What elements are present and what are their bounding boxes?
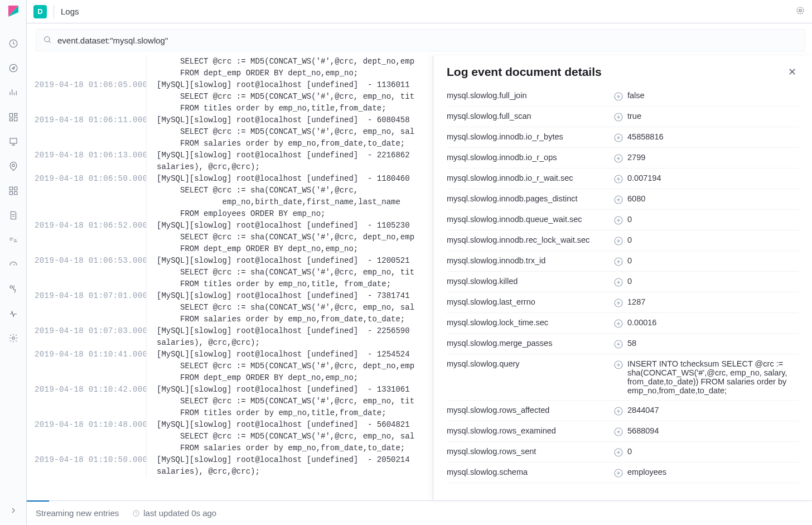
- sidenav-expand-icon[interactable]: [7, 504, 20, 517]
- monitoring-icon[interactable]: [7, 307, 20, 320]
- svg-rect-4: [9, 113, 12, 117]
- svg-point-15: [12, 337, 14, 340]
- detail-row: mysql.slowlog.innodb.pages_distinct6080: [447, 189, 799, 210]
- svg-rect-6: [14, 117, 17, 121]
- last-updated: last updated 0s ago: [132, 508, 216, 518]
- svg-point-14: [10, 286, 13, 288]
- infrastructure-icon[interactable]: [7, 184, 20, 198]
- breadcrumb[interactable]: Logs: [61, 7, 79, 16]
- field-type-icon: [614, 427, 623, 436]
- detail-field-value: 0: [614, 447, 799, 457]
- management-icon[interactable]: [7, 331, 20, 345]
- log-timestamp: 2019-04-18 01:06:13.000: [35, 150, 146, 173]
- field-type-icon: [614, 133, 623, 142]
- detail-field-value: 0: [614, 235, 799, 245]
- field-type-icon: [614, 195, 623, 204]
- streaming-status: Streaming new entries: [36, 508, 119, 518]
- visualize-icon[interactable]: [7, 86, 20, 99]
- detail-field-name: mysql.slowlog.lock_time.sec: [447, 318, 614, 327]
- detail-row: mysql.slowlog.rows_examined5688094: [447, 421, 799, 442]
- log-timestamp: 2019-04-18 01:10:41.000: [35, 349, 146, 384]
- field-type-icon: [614, 469, 623, 478]
- detail-field-name: mysql.slowlog.schema: [447, 468, 614, 476]
- detail-row: mysql.slowlog.full_scantrue: [447, 107, 799, 127]
- log-timestamp: 2019-04-18 01:07:03.000: [35, 325, 146, 349]
- field-type-icon: [614, 92, 623, 101]
- field-type-icon: [614, 319, 623, 328]
- detail-row: mysql.slowlog.last_errno1287: [447, 292, 799, 313]
- detail-row: mysql.slowlog.full_joinfalse: [447, 86, 799, 107]
- apm-icon[interactable]: [7, 233, 20, 247]
- svg-point-17: [799, 9, 802, 12]
- detail-field-name: mysql.slowlog.innodb.trx_id: [447, 256, 614, 265]
- dashboard-icon[interactable]: [7, 110, 20, 124]
- svg-rect-10: [9, 187, 12, 190]
- svg-rect-11: [14, 187, 17, 190]
- field-type-icon: [614, 360, 623, 369]
- detail-field-value: 58: [614, 339, 799, 349]
- maps-icon[interactable]: [7, 160, 20, 173]
- detail-row: mysql.slowlog.innodb.trx_id0: [447, 251, 799, 272]
- field-type-icon: [614, 298, 623, 307]
- log-timestamp: 2019-04-18 01:06:05.000: [35, 79, 146, 114]
- detail-field-name: mysql.slowlog.query: [447, 359, 614, 368]
- detail-field-value: 2799: [614, 153, 799, 163]
- query-input[interactable]: [57, 36, 798, 45]
- svg-rect-7: [9, 119, 12, 121]
- divider: [54, 5, 54, 18]
- log-timestamp: 2019-04-18 01:06:11.000: [35, 114, 146, 150]
- canvas-icon[interactable]: [7, 135, 20, 148]
- svg-rect-8: [10, 138, 17, 143]
- detail-field-name: mysql.slowlog.innodb.io_r_bytes: [447, 132, 614, 141]
- detail-field-name: mysql.slowlog.rows_sent: [447, 447, 614, 456]
- detail-row: mysql.slowlog.innodb.io_r_ops2799: [447, 148, 799, 168]
- detail-row: mysql.slowlog.innodb.rec_lock_wait.sec0: [447, 230, 799, 251]
- detail-field-value: 0: [614, 256, 799, 266]
- discover-icon[interactable]: [7, 61, 20, 75]
- flyout-body[interactable]: mysql.slowlog.full_joinfalsemysql.slowlo…: [433, 86, 812, 500]
- detail-field-name: mysql.slowlog.full_join: [447, 91, 614, 100]
- svg-point-16: [797, 7, 804, 14]
- uptime-icon[interactable]: [7, 258, 20, 271]
- devtools-icon[interactable]: [7, 282, 20, 296]
- detail-field-value: 1287: [614, 297, 799, 307]
- detail-row: mysql.slowlog.rows_affected2844047: [447, 401, 799, 421]
- query-bar[interactable]: [36, 29, 805, 51]
- detail-row: mysql.slowlog.schemaemployees: [447, 463, 799, 483]
- field-type-icon: [614, 216, 623, 225]
- detail-field-value: 0.007194: [614, 174, 799, 184]
- detail-field-value: 0: [614, 215, 799, 225]
- details-flyout: Log event document details ✕ mysql.slowl…: [433, 56, 812, 500]
- detail-row: mysql.slowlog.merge_passes58: [447, 334, 799, 354]
- svg-rect-5: [14, 113, 17, 115]
- detail-row: mysql.slowlog.killed0: [447, 272, 799, 292]
- close-icon[interactable]: ✕: [786, 64, 799, 80]
- space-selector[interactable]: D: [33, 5, 47, 18]
- log-timestamp: 2019-04-18 01:07:01.000: [35, 290, 146, 325]
- kibana-logo-icon[interactable]: [7, 4, 20, 18]
- detail-field-name: mysql.slowlog.killed: [447, 277, 614, 286]
- detail-field-name: mysql.slowlog.innodb.io_r_wait.sec: [447, 174, 614, 182]
- recent-icon[interactable]: [7, 37, 20, 50]
- log-timestamp: 2019-04-18 01:06:50.000: [35, 173, 146, 220]
- logs-icon[interactable]: [7, 209, 20, 222]
- field-type-icon: [614, 448, 623, 457]
- log-timestamp: 2019-04-18 01:10:50.000: [35, 454, 146, 478]
- topbar-action-icon[interactable]: [795, 6, 805, 17]
- field-type-icon: [614, 340, 623, 349]
- detail-field-name: mysql.slowlog.innodb.rec_lock_wait.sec: [447, 235, 614, 244]
- detail-row: mysql.slowlog.rows_sent0: [447, 442, 799, 463]
- detail-field-value: 6080: [614, 194, 799, 204]
- svg-point-3: [9, 64, 17, 72]
- detail-field-name: mysql.slowlog.rows_examined: [447, 426, 614, 435]
- flyout-title: Log event document details: [447, 65, 602, 79]
- log-timestamp: 2019-04-18 01:10:42.000: [35, 384, 146, 419]
- topbar: D Logs: [27, 0, 812, 23]
- log-timestamp: [35, 56, 146, 79]
- detail-field-value: 5688094: [614, 426, 799, 436]
- detail-row: mysql.slowlog.innodb.queue_wait.sec0: [447, 210, 799, 230]
- field-type-icon: [614, 175, 623, 184]
- svg-point-9: [12, 164, 14, 167]
- status-bar: Streaming new entries last updated 0s ag…: [27, 500, 812, 525]
- detail-field-value: false: [614, 91, 799, 101]
